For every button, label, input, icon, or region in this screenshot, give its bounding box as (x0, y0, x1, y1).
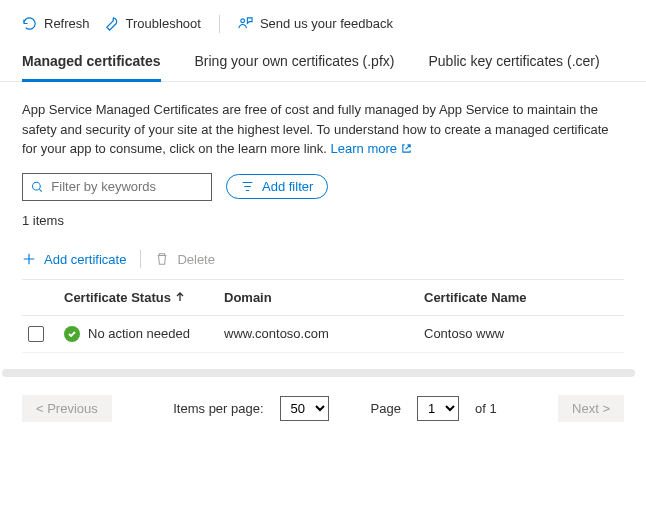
table-header: Certificate Status Domain Certificate Na… (22, 279, 624, 316)
row-status: No action needed (64, 326, 224, 342)
row-name: Contoso www (424, 326, 624, 341)
search-icon (31, 180, 43, 194)
page-label: Page (371, 401, 401, 416)
add-certificate-button[interactable]: Add certificate (22, 250, 126, 269)
person-feedback-icon (238, 16, 253, 31)
tab-bar: Managed certificates Bring your own cert… (0, 45, 646, 82)
add-certificate-label: Add certificate (44, 252, 126, 267)
description-text: App Service Managed Certificates are fre… (0, 82, 646, 169)
filter-search-box[interactable] (22, 173, 212, 201)
row-domain: www.contoso.com (224, 326, 424, 341)
troubleshoot-label: Troubleshoot (126, 16, 201, 31)
action-separator (140, 250, 141, 268)
refresh-icon (22, 16, 37, 31)
sort-asc-icon (175, 292, 185, 302)
column-certificate-status[interactable]: Certificate Status (64, 290, 224, 305)
item-count: 1 items (0, 211, 646, 246)
wrench-icon (104, 16, 119, 31)
column-certificate-name[interactable]: Certificate Name (424, 290, 624, 305)
items-per-page-select[interactable]: 50 (280, 396, 329, 421)
toolbar-separator (219, 15, 220, 33)
add-filter-label: Add filter (262, 179, 313, 194)
delete-label: Delete (177, 252, 215, 267)
table-row: No action needed www.contoso.com Contoso… (22, 316, 624, 353)
page-select[interactable]: 1 (417, 396, 459, 421)
tab-managed-certificates[interactable]: Managed certificates (22, 49, 161, 82)
next-button[interactable]: Next > (558, 395, 624, 422)
refresh-label: Refresh (44, 16, 90, 31)
external-link-icon (401, 143, 412, 154)
svg-point-0 (241, 19, 245, 23)
feedback-button[interactable]: Send us your feedback (238, 14, 393, 33)
status-success-icon (64, 326, 80, 342)
tab-bring-your-own[interactable]: Bring your own certificates (.pfx) (195, 49, 395, 82)
items-per-page-label: Items per page: (173, 401, 263, 416)
page-of-text: of 1 (475, 401, 497, 416)
svg-point-1 (33, 182, 41, 190)
add-filter-button[interactable]: Add filter (226, 174, 328, 199)
horizontal-scrollbar[interactable] (2, 369, 635, 377)
previous-button[interactable]: < Previous (22, 395, 112, 422)
filter-input[interactable] (51, 179, 203, 194)
delete-button[interactable]: Delete (155, 250, 215, 269)
delete-icon (155, 252, 169, 266)
tab-public-key[interactable]: Public key certificates (.cer) (428, 49, 599, 82)
learn-more-link[interactable]: Learn more (331, 141, 412, 156)
row-checkbox[interactable] (28, 326, 44, 342)
feedback-label: Send us your feedback (260, 16, 393, 31)
refresh-button[interactable]: Refresh (22, 14, 90, 33)
certificates-table: Certificate Status Domain Certificate Na… (0, 279, 646, 353)
troubleshoot-button[interactable]: Troubleshoot (104, 14, 201, 33)
column-domain[interactable]: Domain (224, 290, 424, 305)
filter-icon (241, 180, 254, 193)
plus-icon (22, 252, 36, 266)
pagination: < Previous Items per page: 50 Page 1 of … (0, 377, 646, 436)
